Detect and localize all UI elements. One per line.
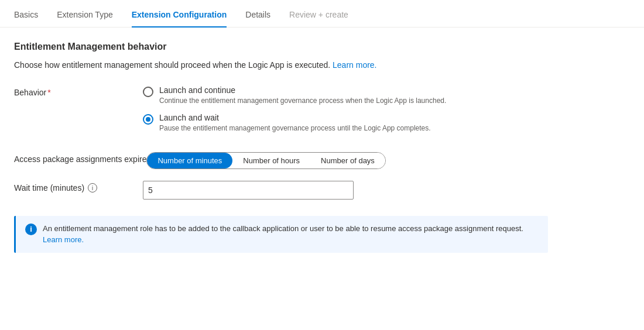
wait-time-info-icon[interactable]: i xyxy=(88,183,97,192)
expire-toggle-group: Number of minutes Number of hours Number… xyxy=(146,152,385,169)
radio-label-launch-continue: Launch and continue xyxy=(159,85,446,95)
learn-more-link-banner[interactable]: Learn more. xyxy=(43,235,84,244)
wait-time-input-wrap xyxy=(143,181,548,200)
required-star: * xyxy=(47,88,50,97)
wait-time-input[interactable] xyxy=(143,181,354,200)
radio-label-launch-wait: Launch and wait xyxy=(159,113,431,122)
wait-time-label: Wait time (minutes) xyxy=(14,183,84,192)
behavior-label: Behavior* xyxy=(14,85,143,97)
radio-sublabel-launch-continue: Continue the entitlement management gove… xyxy=(159,96,446,106)
behavior-options: Launch and continue Continue the entitle… xyxy=(143,85,548,140)
info-banner-text: An entitlement management role has to be… xyxy=(43,223,539,246)
tab-review-create: Review + create xyxy=(289,1,348,28)
tab-extension-configuration[interactable]: Extension Configuration xyxy=(132,1,227,28)
wait-time-label-wrap: Wait time (minutes) i xyxy=(14,181,143,192)
radio-launch-continue[interactable]: Launch and continue Continue the entitle… xyxy=(143,85,548,106)
radio-launch-wait[interactable]: Launch and wait Pause the entitlement ma… xyxy=(143,113,548,133)
behavior-row: Behavior* Launch and continue Continue t… xyxy=(14,85,548,140)
tab-basics[interactable]: Basics xyxy=(14,1,38,28)
toggle-group-wrap: Number of minutes Number of hours Number… xyxy=(146,152,548,169)
wait-time-row: Wait time (minutes) i xyxy=(14,181,548,200)
nav-tabs: Basics Extension Type Extension Configur… xyxy=(0,0,644,28)
radio-circle-launch-continue[interactable] xyxy=(143,87,153,97)
learn-more-link-top[interactable]: Learn more. xyxy=(333,60,376,70)
toggle-days[interactable]: Number of days xyxy=(310,153,385,169)
access-label: Access package assignments expire xyxy=(14,152,146,164)
section-description: Choose how entitlement management should… xyxy=(14,59,548,71)
access-expire-row: Access package assignments expire Number… xyxy=(14,152,548,169)
radio-circle-launch-wait[interactable] xyxy=(143,114,153,125)
info-banner: i An entitlement management role has to … xyxy=(14,216,548,253)
main-content: Entitlement Management behavior Choose h… xyxy=(0,28,562,267)
tab-extension-type[interactable]: Extension Type xyxy=(57,1,112,28)
toggle-minutes[interactable]: Number of minutes xyxy=(147,153,232,169)
radio-sublabel-launch-wait: Pause the entitlement management governa… xyxy=(159,123,431,133)
tab-details[interactable]: Details xyxy=(245,1,270,28)
info-banner-icon: i xyxy=(25,224,37,235)
toggle-hours[interactable]: Number of hours xyxy=(232,153,310,169)
section-title: Entitlement Management behavior xyxy=(14,42,548,52)
